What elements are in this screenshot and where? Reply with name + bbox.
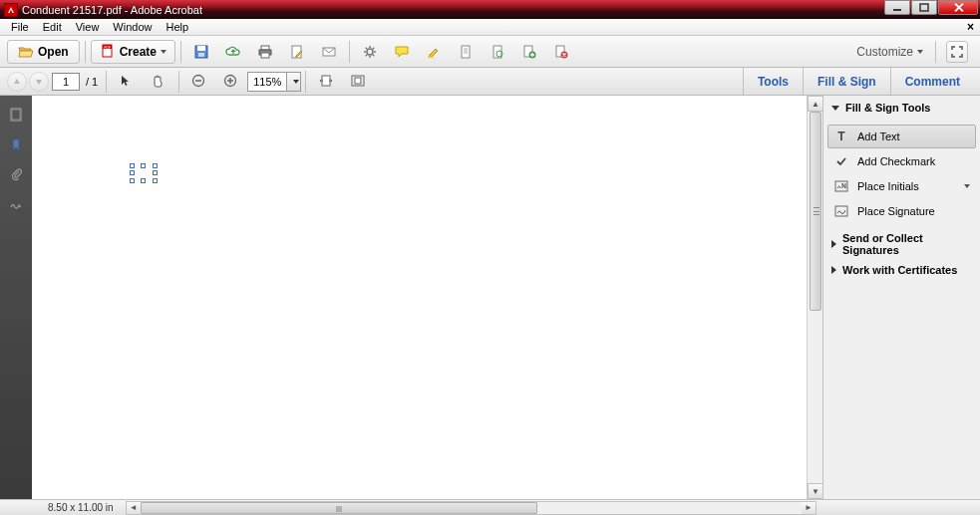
fit-page-button[interactable]	[343, 70, 373, 94]
delete-page-button[interactable]	[546, 40, 576, 64]
create-button[interactable]: PDF Create	[91, 40, 175, 64]
reading-mode-button[interactable]	[946, 41, 968, 63]
caret-down-icon	[161, 50, 166, 54]
panel-section-certificates[interactable]: Work with Certificates	[823, 260, 980, 280]
minus-icon	[191, 74, 207, 90]
document-area[interactable]: ▲ ▼	[32, 96, 822, 499]
expand-icon	[951, 46, 963, 58]
tab-tools[interactable]: Tools	[743, 68, 803, 95]
page-edit-icon	[289, 44, 305, 60]
cursor-icon	[119, 74, 135, 90]
scroll-right-button[interactable]: ►	[802, 502, 816, 514]
page-x-icon	[553, 44, 569, 60]
svg-rect-39	[322, 76, 330, 86]
page-down-button[interactable]	[29, 72, 49, 92]
scroll-thumb[interactable]	[141, 502, 537, 514]
email-button[interactable]	[314, 40, 344, 64]
page-number-input[interactable]	[52, 73, 80, 91]
window-title: Conduent 21517.pdf - Adobe Acrobat	[22, 4, 202, 16]
scroll-thumb[interactable]	[810, 112, 821, 311]
scroll-down-button[interactable]: ▼	[808, 483, 822, 499]
highlight-icon	[426, 44, 442, 60]
page-thumbnail-button[interactable]	[451, 40, 481, 64]
svg-rect-1	[893, 9, 901, 11]
settings-button[interactable]	[355, 40, 385, 64]
workspace: ▲ ▼ Fill & Sign Tools T Add Text Add Che…	[0, 96, 980, 499]
svg-rect-43	[12, 110, 20, 120]
menu-edit[interactable]: Edit	[36, 20, 69, 34]
menu-window[interactable]: Window	[106, 20, 159, 34]
vertical-scrollbar[interactable]: ▲ ▼	[807, 96, 822, 499]
print-icon	[257, 44, 273, 60]
select-tool-button[interactable]	[112, 70, 142, 94]
save-button[interactable]	[186, 40, 216, 64]
signatures-button[interactable]	[4, 192, 28, 216]
create-pdf-icon: PDF	[100, 44, 116, 60]
add-text-tool[interactable]: T Add Text	[827, 125, 976, 148]
bookmark-icon	[9, 137, 23, 151]
document-page[interactable]	[46, 96, 822, 499]
place-signature-tool[interactable]: Place Signature	[827, 199, 976, 223]
svg-line-20	[373, 54, 374, 55]
page-up-button[interactable]	[7, 72, 27, 92]
fit-width-button[interactable]	[311, 70, 341, 94]
tab-comment[interactable]: Comment	[890, 68, 974, 95]
comment-bubble-button[interactable]	[387, 40, 417, 64]
page-thumbnails-button[interactable]	[4, 103, 28, 127]
customize-button[interactable]: Customize	[848, 41, 931, 63]
open-button[interactable]: Open	[7, 40, 80, 64]
cloud-button[interactable]	[218, 40, 248, 64]
caret-down-icon	[917, 50, 923, 54]
svg-line-19	[366, 47, 367, 48]
add-page-button[interactable]	[514, 40, 544, 64]
fit-page-icon	[350, 74, 366, 90]
svg-rect-9	[261, 46, 269, 50]
fill-sign-panel: Fill & Sign Tools T Add Text Add Checkma…	[822, 96, 980, 499]
menu-view[interactable]: View	[69, 20, 107, 34]
document-close-button[interactable]: ×	[967, 20, 974, 34]
initials-icon	[833, 179, 849, 193]
plus-icon	[223, 74, 239, 90]
svg-line-21	[366, 54, 367, 55]
scroll-up-button[interactable]: ▲	[808, 96, 822, 112]
folder-open-icon	[18, 44, 34, 60]
menu-help[interactable]: Help	[159, 20, 195, 34]
stamp-button[interactable]	[483, 40, 512, 64]
horizontal-scrollbar[interactable]: ◄ ►	[126, 501, 817, 515]
maximize-button[interactable]	[911, 0, 937, 15]
attachments-button[interactable]	[4, 162, 28, 186]
highlight-button[interactable]	[419, 40, 449, 64]
minimize-button[interactable]	[884, 0, 910, 15]
tab-fill-sign[interactable]: Fill & Sign	[803, 68, 890, 95]
checkmark-icon	[833, 154, 849, 168]
print-button[interactable]	[250, 40, 280, 64]
edit-page-button[interactable]	[282, 40, 312, 64]
svg-rect-24	[462, 46, 470, 58]
app-icon	[4, 3, 18, 17]
page-dimensions-label: 8.50 x 11.00 in	[0, 502, 114, 513]
svg-rect-11	[261, 53, 269, 58]
svg-rect-23	[429, 57, 435, 59]
bookmarks-button[interactable]	[4, 132, 28, 156]
text-field-selection[interactable]	[132, 165, 156, 181]
zoom-in-button[interactable]	[216, 70, 246, 94]
gear-icon	[362, 44, 378, 60]
caret-down-icon[interactable]	[286, 73, 300, 91]
close-button[interactable]	[938, 0, 978, 15]
paperclip-icon	[9, 167, 23, 181]
menu-file[interactable]: File	[4, 20, 36, 34]
menubar: File Edit View Window Help ×	[0, 19, 980, 36]
zoom-select[interactable]: 115%	[247, 72, 301, 92]
svg-text:T: T	[837, 129, 845, 143]
panel-header-fill-sign-tools[interactable]: Fill & Sign Tools	[823, 96, 980, 120]
scroll-left-button[interactable]: ◄	[127, 502, 141, 514]
place-initials-tool[interactable]: Place Initials	[827, 174, 976, 198]
toolbar-navigation: / 1 115% Tools Fill & Sign Comment	[0, 68, 980, 96]
svg-rect-46	[835, 206, 847, 216]
add-checkmark-tool[interactable]: Add Checkmark	[827, 149, 976, 173]
page-plus-icon	[521, 44, 537, 60]
hand-tool-button[interactable]	[144, 70, 173, 94]
panel-section-send-collect[interactable]: Send or Collect Signatures	[823, 228, 980, 260]
zoom-out-button[interactable]	[184, 70, 214, 94]
fit-width-icon	[318, 74, 334, 90]
